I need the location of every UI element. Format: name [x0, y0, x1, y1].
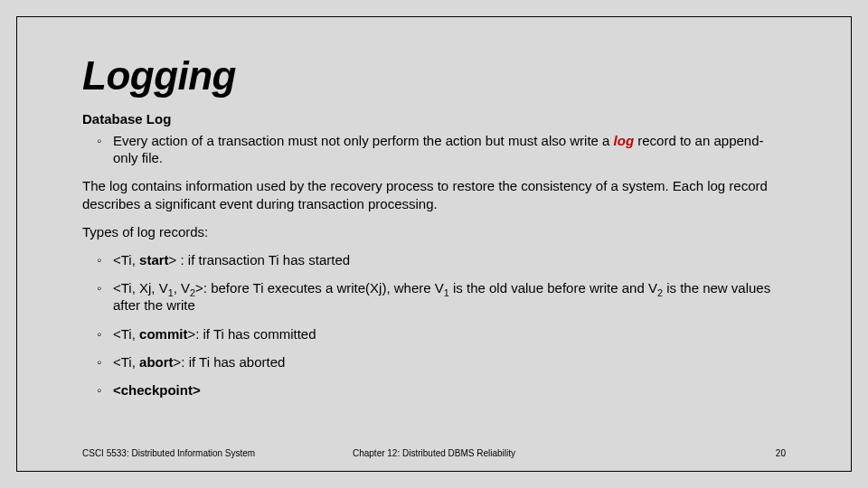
slide-title: Logging — [82, 53, 786, 99]
slide-frame: Logging Database Log Every action of a t… — [16, 16, 852, 472]
types-heading: Types of log records: — [82, 223, 786, 240]
rec-checkpoint-text: <checkpoint> — [113, 382, 201, 398]
rec-start-bold: start — [139, 252, 169, 267]
slide-footer: CSCI 5533: Distributed Information Syste… — [82, 448, 786, 458]
section-heading: Database Log — [82, 111, 786, 127]
rec-commit-post: >: if Ti has committed — [187, 326, 316, 342]
record-commit: <Ti, commit>: if Ti has committed — [82, 325, 786, 343]
rec-write-mid2: >: before Ti executes a write(Xj), where… — [195, 280, 444, 296]
intro-bullet: Every action of a transaction must not o… — [82, 132, 786, 166]
record-abort: <Ti, abort>: if Ti has aborted — [82, 353, 786, 371]
record-write: <Ti, Xj, V1, V2>: before Ti executes a w… — [82, 279, 786, 314]
paragraph-1: The log contains information used by the… — [82, 177, 786, 211]
rec-abort-pre: <Ti, — [113, 354, 139, 370]
rec-abort-bold: abort — [139, 354, 174, 370]
rec-start-pre: <Ti, — [113, 252, 139, 267]
rec-write-mid3: is the old value before write and V — [449, 280, 657, 296]
record-checkpoint: <checkpoint> — [82, 381, 786, 399]
rec-abort-post: >: if Ti has aborted — [174, 354, 286, 370]
record-start: <Ti, start> : if transaction Ti has star… — [82, 251, 786, 268]
footer-center: Chapter 12: Distributed DBMS Reliability — [316, 448, 551, 458]
rec-write-mid1: , V — [174, 280, 190, 296]
rec-commit-bold: commit — [139, 326, 187, 342]
footer-right: 20 — [552, 448, 786, 458]
log-word: log — [614, 133, 635, 148]
rec-write-pre: <Ti, Xj, V — [113, 280, 168, 296]
footer-left: CSCI 5533: Distributed Information Syste… — [82, 448, 316, 458]
rec-commit-pre: <Ti, — [113, 326, 139, 342]
intro-text-pre: Every action of a transaction must not o… — [113, 133, 614, 148]
rec-start-post: > : if transaction Ti has started — [169, 252, 351, 267]
